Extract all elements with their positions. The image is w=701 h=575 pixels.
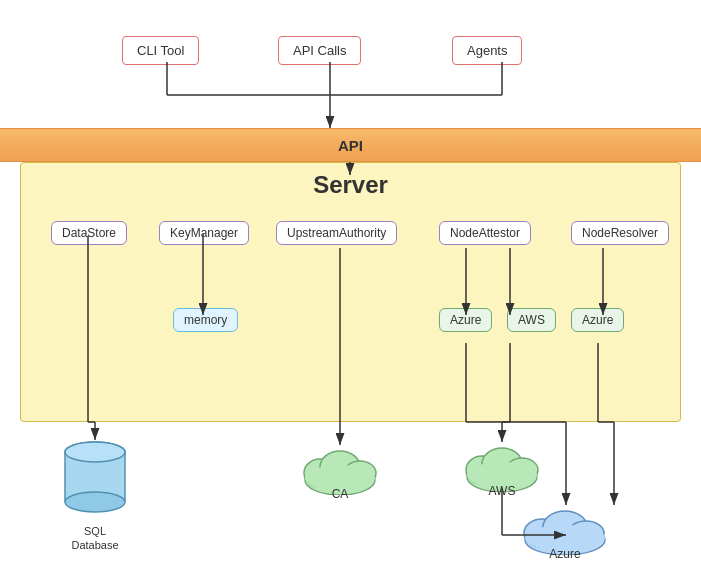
sql-label: SQLDatabase	[60, 524, 130, 553]
api-bar: API	[0, 128, 701, 162]
api-calls-box: API Calls	[278, 36, 361, 65]
azure-cloud: Azure	[520, 505, 610, 561]
upstreamauthority-box: UpstreamAuthority	[276, 221, 397, 245]
sql-database: SQLDatabase	[60, 440, 130, 553]
agents-box: Agents	[452, 36, 522, 65]
azure1-box: Azure	[439, 308, 492, 332]
cli-tool-box: CLI Tool	[122, 36, 199, 65]
svg-point-4	[65, 492, 125, 512]
ca-cloud: CA	[300, 445, 380, 501]
api-label: API	[338, 137, 363, 154]
aws-cloud: AWS	[462, 442, 542, 498]
architecture-diagram: CLI Tool API Calls Agents API Server Dat…	[0, 0, 701, 575]
svg-point-5	[65, 442, 125, 462]
server-title: Server	[21, 171, 680, 199]
server-container: Server DataStore KeyManager UpstreamAuth…	[20, 162, 681, 422]
nodeatttestor-box: NodeAttestor	[439, 221, 531, 245]
datastore-box: DataStore	[51, 221, 127, 245]
keymanager-box: KeyManager	[159, 221, 249, 245]
aws1-box: AWS	[507, 308, 556, 332]
azure2-box: Azure	[571, 308, 624, 332]
memory-box: memory	[173, 308, 238, 332]
noderesolver-box: NodeResolver	[571, 221, 669, 245]
